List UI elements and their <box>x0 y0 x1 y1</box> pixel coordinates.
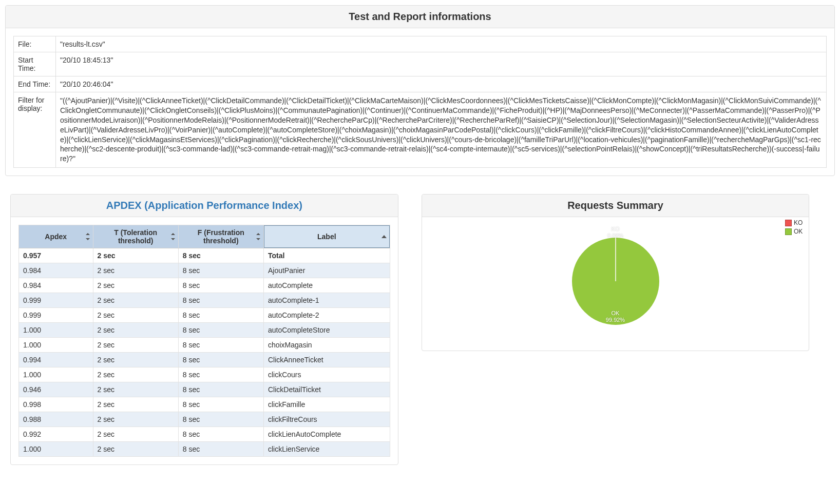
info-row: End Time:"20/10 20:46:04" <box>14 76 827 92</box>
apdex-cell-apdex: 0.998 <box>19 397 93 412</box>
apdex-row: 0.9842 sec8 secAjoutPanier <box>19 263 390 278</box>
apdex-cell-label: autoComplete-2 <box>263 308 390 323</box>
apdex-cell-label: clickCours <box>263 367 390 382</box>
pie-ok-value: 99.92% <box>606 317 625 323</box>
apdex-cell-label: ClickDetailTicket <box>263 382 390 397</box>
apdex-row: 1.0002 sec8 secchoixMagasin <box>19 338 390 353</box>
apdex-row: 1.0002 sec8 secautoCompleteStore <box>19 323 390 338</box>
apdex-cell-apdex: 0.992 <box>19 427 93 442</box>
sort-icon <box>171 233 175 240</box>
pie-label-ok: OK 99.92% <box>606 310 625 323</box>
apdex-cell-f: 8 sec <box>178 412 263 427</box>
apdex-row: 0.9982 sec8 secclickFamille <box>19 397 390 412</box>
apdex-cell-label: ClickAnneeTicket <box>263 353 390 367</box>
apdex-cell-t: 2 sec <box>93 248 178 263</box>
apdex-body: Apdex T (Toleration threshold) F (Frustr… <box>11 217 398 464</box>
apdex-row: 0.9992 sec8 secautoComplete-1 <box>19 293 390 308</box>
apdex-cell-label: Total <box>263 248 390 263</box>
col-label[interactable]: Label <box>263 225 390 248</box>
apdex-cell-f: 8 sec <box>178 382 263 397</box>
apdex-row: 1.0002 sec8 secclickLienService <box>19 442 390 457</box>
apdex-cell-apdex: 0.984 <box>19 263 93 278</box>
apdex-cell-t: 2 sec <box>93 323 178 338</box>
apdex-cell-f: 8 sec <box>178 353 263 367</box>
apdex-cell-label: autoComplete-1 <box>263 293 390 308</box>
test-info-body: File:"results-lt.csv"Start Time:"20/10 1… <box>6 28 834 176</box>
apdex-cell-label: choixMagasin <box>263 338 390 353</box>
info-row: Start Time:"20/10 18:45:13" <box>14 52 827 76</box>
col-f[interactable]: F (Frustration threshold) <box>178 225 263 248</box>
col-t-label: T (Toleration threshold) <box>114 228 157 245</box>
pie-ko-value: 0.08% <box>607 232 623 239</box>
apdex-cell-f: 8 sec <box>178 397 263 412</box>
apdex-cell-t: 2 sec <box>93 442 178 457</box>
info-value: "20/10 18:45:13" <box>56 52 827 76</box>
col-apdex[interactable]: Apdex <box>19 225 93 248</box>
apdex-title: APDEX (Application Performance Index) <box>11 195 398 217</box>
sort-icon <box>86 233 90 240</box>
apdex-cell-apdex: 0.988 <box>19 412 93 427</box>
col-label-label: Label <box>317 232 336 241</box>
apdex-cell-t: 2 sec <box>93 412 178 427</box>
apdex-table: Apdex T (Toleration threshold) F (Frustr… <box>18 225 390 457</box>
apdex-row: 0.9942 sec8 secClickAnneeTicket <box>19 353 390 367</box>
info-row: File:"results-lt.csv" <box>14 36 827 52</box>
apdex-cell-apdex: 1.000 <box>19 367 93 382</box>
summary-title: Requests Summary <box>422 195 809 217</box>
apdex-cell-f: 8 sec <box>178 248 263 263</box>
apdex-cell-f: 8 sec <box>178 308 263 323</box>
apdex-cell-t: 2 sec <box>93 353 178 367</box>
col-f-label: F (Frustration threshold) <box>198 228 244 245</box>
pie-label-ko: KO 0.08% <box>607 226 623 239</box>
apdex-cell-apdex: 0.946 <box>19 382 93 397</box>
apdex-cell-label: autoCompleteStore <box>263 323 390 338</box>
apdex-row: 0.9462 sec8 secClickDetailTicket <box>19 382 390 397</box>
apdex-cell-label: clickFamille <box>263 397 390 412</box>
apdex-cell-t: 2 sec <box>93 382 178 397</box>
apdex-cell-f: 8 sec <box>178 323 263 338</box>
test-info-panel: Test and Report informations File:"resul… <box>5 5 835 176</box>
apdex-cell-f: 8 sec <box>178 367 263 382</box>
test-info-title: Test and Report informations <box>6 6 834 28</box>
info-key: Start Time: <box>14 52 56 76</box>
apdex-cell-label: clickLienService <box>263 442 390 457</box>
col-apdex-label: Apdex <box>45 232 67 241</box>
apdex-row: 0.9992 sec8 secautoComplete-2 <box>19 308 390 323</box>
col-t[interactable]: T (Toleration threshold) <box>93 225 178 248</box>
apdex-cell-apdex: 0.984 <box>19 278 93 293</box>
apdex-cell-t: 2 sec <box>93 427 178 442</box>
pie-ko-name: KO <box>612 226 620 232</box>
apdex-cell-t: 2 sec <box>93 397 178 412</box>
apdex-cell-t: 2 sec <box>93 367 178 382</box>
info-key: Filter for display: <box>14 92 56 168</box>
info-key: File: <box>14 36 56 52</box>
apdex-cell-f: 8 sec <box>178 427 263 442</box>
apdex-row: 0.9882 sec8 secclickFiltreCours <box>19 412 390 427</box>
info-row: Filter for display:"((^AjoutPanier)|(^Vi… <box>14 92 827 168</box>
apdex-row: 1.0002 sec8 secclickCours <box>19 367 390 382</box>
apdex-cell-label: AjoutPanier <box>263 263 390 278</box>
info-value: "((^AjoutPanier)|(^Visite)|(^ClickAnneeT… <box>56 92 827 168</box>
pie-ok-name: OK <box>612 310 620 316</box>
summary-body: KO OK <box>422 217 809 351</box>
apdex-cell-f: 8 sec <box>178 293 263 308</box>
sort-icon <box>256 233 260 240</box>
apdex-cell-f: 8 sec <box>178 263 263 278</box>
apdex-cell-t: 2 sec <box>93 263 178 278</box>
apdex-cell-apdex: 1.000 <box>19 338 93 353</box>
apdex-cell-apdex: 0.999 <box>19 293 93 308</box>
apdex-cell-t: 2 sec <box>93 338 178 353</box>
apdex-cell-f: 8 sec <box>178 278 263 293</box>
apdex-cell-apdex: 0.999 <box>19 308 93 323</box>
info-key: End Time: <box>14 76 56 92</box>
apdex-cell-f: 8 sec <box>178 442 263 457</box>
test-info-table: File:"results-lt.csv"Start Time:"20/10 1… <box>13 36 827 168</box>
apdex-cell-f: 8 sec <box>178 338 263 353</box>
apdex-cell-apdex: 1.000 <box>19 442 93 457</box>
apdex-cell-t: 2 sec <box>93 293 178 308</box>
apdex-panel: APDEX (Application Performance Index) Ap… <box>10 194 398 465</box>
apdex-total-row: 0.9572 sec8 secTotal <box>19 248 390 263</box>
pie-chart: KO 0.08% OK 99.92% <box>430 225 801 343</box>
summary-panel: Requests Summary KO OK <box>422 194 810 351</box>
apdex-cell-label: autoComplete <box>263 278 390 293</box>
